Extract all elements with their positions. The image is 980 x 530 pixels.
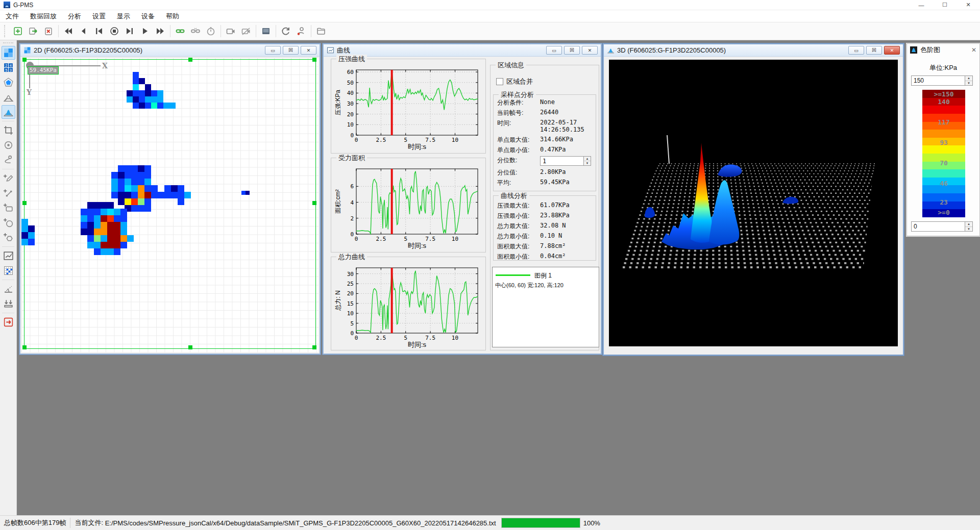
tool-crop[interactable] xyxy=(2,123,15,137)
window-2d-restore-icon[interactable]: 回 xyxy=(283,46,299,55)
view-values-grid[interactable]: 2453 xyxy=(2,61,15,74)
selection-handle[interactable] xyxy=(312,58,316,62)
tool-exit[interactable] xyxy=(2,315,15,329)
colorscale-tick-label: 70 xyxy=(922,159,965,166)
record-on-button[interactable] xyxy=(225,25,237,37)
menu-analysis[interactable]: 分析 xyxy=(62,10,87,23)
stop-button[interactable] xyxy=(108,25,120,37)
selection-handle[interactable] xyxy=(22,345,27,349)
area-chart[interactable]: 02.557.5100246面积:cm²时间:s xyxy=(334,165,483,249)
pressure-cell xyxy=(151,103,157,109)
go-end-button[interactable] xyxy=(124,25,136,37)
tool-path[interactable] xyxy=(2,153,15,167)
selection-handle[interactable] xyxy=(188,345,192,349)
sample-quantile-count-spinner[interactable]: ▲▼ xyxy=(584,156,591,166)
rewind-button[interactable] xyxy=(62,25,75,37)
colorscale-panel[interactable]: 色阶图 ✕ 单位:KPa 150 ▲▼ >=15014011793704623>… xyxy=(906,43,980,236)
pressure-cell xyxy=(114,248,120,255)
unlink-button[interactable] xyxy=(189,25,202,37)
menu-file[interactable]: 文件 xyxy=(0,10,24,23)
tool-angle-report[interactable] xyxy=(2,282,15,296)
window-3d-titlebar[interactable]: 3D (F606025:G-F1P3D2205C00005) ▭ 回 ✕ xyxy=(604,44,903,57)
menu-playback[interactable]: 数据回放 xyxy=(24,10,62,23)
svg-text:5: 5 xyxy=(5,68,7,72)
fast-forward-icon xyxy=(155,26,165,36)
view-polygon[interactable] xyxy=(2,75,15,89)
pressure-map-2d[interactable]: XY59.45KPa xyxy=(21,58,318,352)
link-button[interactable] xyxy=(174,25,186,37)
pressure-cell xyxy=(21,225,28,232)
display-button[interactable] xyxy=(260,25,272,37)
step-back-button[interactable] xyxy=(78,25,90,37)
window-3d[interactable]: 3D (F606025:G-F1P3D2205C00005) ▭ 回 ✕ xyxy=(603,43,904,356)
menu-device[interactable]: 设备 xyxy=(136,10,160,23)
tool-trend-chart[interactable] xyxy=(2,249,15,263)
tool-draw-line[interactable] xyxy=(2,186,15,200)
window-2d-close-icon[interactable]: ✕ xyxy=(301,46,316,55)
pressure-cell xyxy=(21,239,28,245)
sample-quantile-count-input[interactable]: 1 xyxy=(540,156,584,166)
tool-draw-circle[interactable] xyxy=(2,216,15,230)
sample-quantile-value-label: 分位值: xyxy=(497,168,540,179)
window-3d-minimize-icon[interactable]: ▭ xyxy=(848,46,864,55)
selection-handle[interactable] xyxy=(22,58,27,62)
colorscale-max-input[interactable]: 150 xyxy=(911,75,965,86)
tool-cell-grid[interactable] xyxy=(2,264,15,277)
pressure-cell xyxy=(107,202,114,209)
window-curves-close-icon[interactable]: ✕ xyxy=(582,46,598,55)
window-2d-minimize-icon[interactable]: ▭ xyxy=(265,46,281,55)
timer-button[interactable] xyxy=(205,25,217,37)
selection-handle[interactable] xyxy=(312,345,316,349)
colorscale-unit: 单位:KPa xyxy=(907,63,979,72)
pressure-cell xyxy=(246,191,250,195)
colorscale-close-icon[interactable]: ✕ xyxy=(971,46,976,54)
pressure-cell xyxy=(133,78,139,84)
svg-text:时间:s: 时间:s xyxy=(408,143,427,150)
colorscale-min-input[interactable]: 0 xyxy=(911,221,965,232)
maximize-icon[interactable]: ☐ xyxy=(933,0,957,10)
window-curves-minimize-icon[interactable]: ▭ xyxy=(546,46,562,55)
camera-icon xyxy=(226,26,236,36)
colorscale-min-spinner[interactable]: ▲▼ xyxy=(965,221,973,232)
selection-handle[interactable] xyxy=(312,201,316,205)
menu-display[interactable]: 显示 xyxy=(111,10,136,23)
menu-settings[interactable]: 设置 xyxy=(87,10,111,23)
tool-export-data[interactable] xyxy=(2,297,15,311)
force-chart[interactable]: 02.557.510051015202530总力: N时间:s xyxy=(334,264,483,348)
colorscale-max-row: 150 ▲▼ xyxy=(911,75,973,86)
minimize-icon[interactable]: — xyxy=(910,0,933,10)
pressure-chart[interactable]: 02.557.5100102030405060压强:KPa时间:s xyxy=(334,66,483,150)
menu-help[interactable]: 帮助 xyxy=(160,10,185,23)
window-3d-close-icon[interactable]: ✕ xyxy=(884,46,900,55)
tool-draw-polygon[interactable] xyxy=(2,231,15,244)
fast-forward-button[interactable] xyxy=(154,25,166,37)
record-off-button[interactable] xyxy=(240,25,252,37)
tool-draw-rect[interactable] xyxy=(2,201,15,215)
selection-handle[interactable] xyxy=(188,58,192,62)
refresh-button[interactable] xyxy=(280,25,292,37)
view-3d-surface[interactable] xyxy=(2,105,15,119)
close-icon[interactable]: ✕ xyxy=(957,0,980,10)
delete-file-button[interactable] xyxy=(42,25,55,37)
tool-draw-pencil[interactable] xyxy=(2,171,15,185)
user-record-button[interactable] xyxy=(295,25,307,37)
colorscale-max-spinner[interactable]: ▲▼ xyxy=(965,75,973,86)
tool-center-point[interactable] xyxy=(2,138,15,152)
selection-handle[interactable] xyxy=(22,201,27,205)
export-file-button[interactable] xyxy=(27,25,39,37)
window-curves-restore-icon[interactable]: 回 xyxy=(564,46,580,55)
window-2d[interactable]: 2D (F606025:G-F1P3D2205C00005) ▭ 回 ✕ XY5… xyxy=(19,43,321,355)
go-start-button[interactable] xyxy=(93,25,105,37)
app-window: G-PMS — ☐ ✕ 文件数据回放分析设置显示设备帮助 2453 2D (F6… xyxy=(0,0,980,530)
new-file-button[interactable] xyxy=(12,25,24,37)
file-manager-button[interactable] xyxy=(315,25,327,37)
window-3d-restore-icon[interactable]: 回 xyxy=(866,46,882,55)
surface-3d-view[interactable] xyxy=(609,60,898,346)
pencil-plus-icon xyxy=(3,173,14,184)
play-button[interactable] xyxy=(139,25,151,37)
view-3d-wireframe[interactable] xyxy=(2,90,15,104)
view-2d-grid[interactable] xyxy=(2,46,15,60)
window-2d-titlebar[interactable]: 2D (F606025:G-F1P3D2205C00005) ▭ 回 ✕ xyxy=(20,44,320,57)
region-merge-checkbox[interactable] xyxy=(496,78,503,85)
window-curves[interactable]: 曲线 ▭ 回 ✕ 压强曲线 02.557.5100102030405060压强:… xyxy=(323,43,602,355)
